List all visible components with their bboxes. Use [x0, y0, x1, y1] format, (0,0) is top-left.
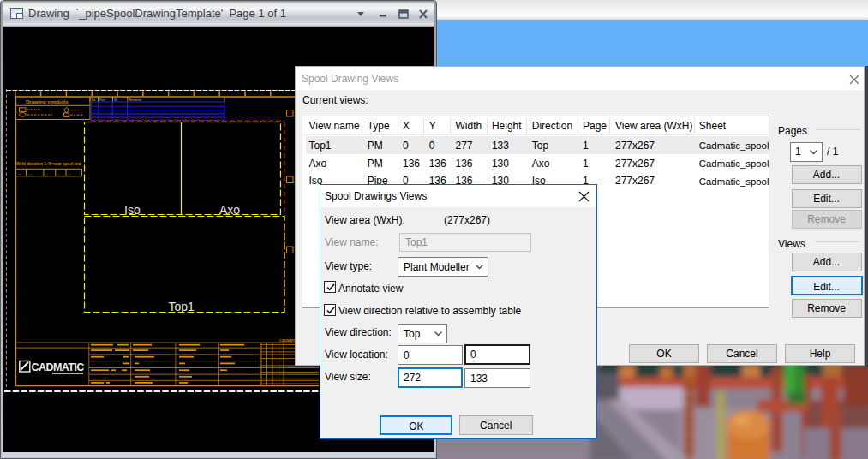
svg-text:Remarks: Remarks	[129, 98, 142, 102]
svg-text:No.: No.	[92, 98, 97, 102]
svg-text:Top1: Top1	[169, 300, 195, 313]
svg-text:...: ...	[57, 171, 60, 176]
svg-text:...: ...	[28, 171, 31, 176]
svg-text:CADMATIC: CADMATIC	[32, 361, 85, 373]
svg-text:Drawing symbols: Drawing symbols	[26, 99, 69, 104]
svg-text:...: ...	[45, 171, 48, 176]
svg-text:Axo: Axo	[219, 203, 240, 217]
svg-text:ID: ID	[114, 98, 117, 102]
svg-text:...: ...	[18, 171, 21, 176]
svg-text:...: ...	[68, 171, 70, 176]
svg-text:Weld direction 1: N=near spool: Weld direction 1: N=near spool end	[16, 162, 81, 166]
svg-text:Iso: Iso	[124, 203, 141, 217]
svg-text:Pos.: Pos.	[99, 98, 105, 102]
